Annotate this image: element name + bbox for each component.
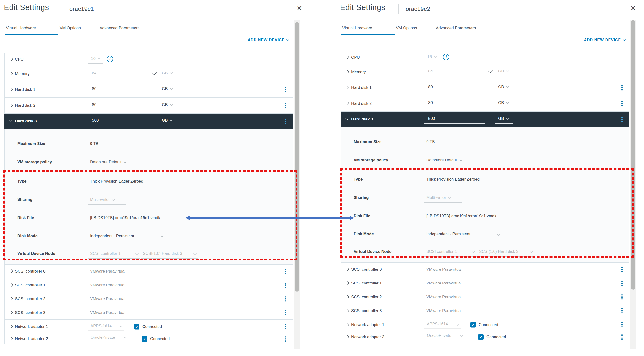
row-network-adapter-1[interactable]: Network adapter 1 APPS-1614 ✓ Connected [4, 320, 293, 334]
memory-unit-select[interactable]: GB [159, 70, 176, 78]
row-hard-disk-1[interactable]: Hard disk 1 80 GB [4, 82, 293, 98]
chevron-right-icon[interactable] [10, 58, 13, 61]
chevron-right-icon[interactable] [346, 295, 349, 298]
tab-advanced-parameters[interactable]: Advanced Parameters [100, 26, 140, 30]
chevron-down-icon[interactable] [9, 119, 12, 122]
row-network-adapter-2[interactable]: Network adapter 2 OraclePrivate ✓ Connec… [340, 332, 629, 342]
chevron-right-icon[interactable] [10, 269, 13, 272]
chevron-right-icon[interactable] [346, 267, 349, 271]
chevron-right-icon[interactable] [346, 281, 349, 284]
scrollbar-thumb[interactable] [631, 20, 635, 290]
row-hard-disk-2[interactable]: Hard disk 2 80 GB [4, 98, 293, 114]
memory-size-input[interactable]: 64 [88, 70, 149, 78]
disk-unit-select[interactable]: GB [159, 117, 176, 126]
chevron-right-icon[interactable] [346, 70, 349, 73]
kebab-menu-icon[interactable] [620, 294, 624, 301]
chevron-right-icon[interactable] [346, 335, 349, 338]
disk-unit-select[interactable]: GB [495, 99, 513, 108]
close-icon[interactable]: ✕ [630, 4, 636, 12]
tab-virtual-hardware[interactable]: Virtual Hardware [6, 26, 36, 30]
chevron-right-icon[interactable] [346, 56, 349, 59]
chevron-down-icon[interactable] [345, 117, 348, 120]
sharing-select[interactable]: Multi-writer [88, 197, 126, 204]
vdn-node-select[interactable]: SCSI(1:0) Hard disk 3 [141, 251, 198, 258]
cpu-count-select[interactable]: 16 [88, 55, 103, 64]
disk-size-input[interactable]: 80 [88, 85, 149, 94]
add-new-device-button[interactable]: ADD NEW DEVICE [248, 38, 289, 42]
row-scsi-controller-3[interactable]: SCSI controller 3 VMware Paravirtual [340, 304, 629, 318]
kebab-menu-icon[interactable] [284, 335, 287, 342]
tab-virtual-hardware[interactable]: Virtual Hardware [342, 26, 372, 30]
sharing-select[interactable]: Multi-writer [424, 195, 462, 203]
disk-size-input[interactable]: 80 [88, 101, 149, 110]
kebab-menu-icon[interactable] [620, 280, 624, 287]
memory-unit-select[interactable]: GB [495, 68, 513, 76]
kebab-menu-icon[interactable] [284, 282, 287, 289]
cpu-count-select[interactable]: 16 [424, 53, 439, 62]
connected-checkbox[interactable]: ✓ [478, 334, 484, 340]
kebab-menu-icon[interactable] [284, 309, 287, 316]
disk-size-input[interactable]: 80 [424, 84, 486, 92]
row-scsi-controller-3[interactable]: SCSI controller 3 VMware Paravirtual [4, 306, 293, 320]
tab-vm-options[interactable]: VM Options [396, 26, 417, 30]
row-hard-disk-2[interactable]: Hard disk 2 80 GB [340, 96, 629, 112]
kebab-menu-icon[interactable] [620, 100, 624, 107]
kebab-menu-icon[interactable] [620, 321, 624, 328]
vdn-node-select[interactable]: SCSI(1:0) Hard disk 3 [477, 249, 535, 257]
chevron-right-icon[interactable] [10, 88, 13, 91]
chevron-right-icon[interactable] [10, 310, 13, 314]
vdn-controller-select[interactable]: SCSI controller 1 [424, 249, 477, 257]
vm-storage-policy-select[interactable]: Datastore Default [424, 157, 476, 165]
kebab-menu-icon[interactable] [620, 116, 624, 123]
chevron-right-icon[interactable] [346, 323, 349, 326]
row-cpu[interactable]: CPU 16 i [4, 53, 293, 66]
kebab-menu-icon[interactable] [620, 334, 624, 340]
vm-storage-policy-select[interactable]: Datastore Default [88, 159, 140, 167]
chevron-right-icon[interactable] [346, 309, 349, 312]
kebab-menu-icon[interactable] [284, 323, 287, 330]
disk-size-input[interactable]: 500 [88, 117, 149, 126]
chevron-right-icon[interactable] [10, 283, 13, 286]
row-scsi-controller-2[interactable]: SCSI controller 2 VMware Paravirtual [340, 290, 629, 304]
kebab-menu-icon[interactable] [620, 307, 624, 314]
disk-mode-select[interactable]: Independent - Persistent [88, 233, 166, 241]
kebab-menu-icon[interactable] [284, 102, 287, 109]
row-scsi-controller-0[interactable]: SCSI controller 0 VMware Paravirtual [4, 264, 293, 278]
tab-advanced-parameters[interactable]: Advanced Parameters [436, 26, 476, 30]
chevron-right-icon[interactable] [10, 297, 13, 300]
kebab-menu-icon[interactable] [284, 296, 287, 302]
scrollbar-track[interactable] [294, 20, 300, 349]
kebab-menu-icon[interactable] [620, 266, 624, 273]
row-cpu[interactable]: CPU 16 i [340, 51, 629, 64]
row-hard-disk-1[interactable]: Hard disk 1 80 GB [340, 80, 629, 96]
chevron-down-icon[interactable] [152, 70, 156, 75]
close-icon[interactable]: ✕ [296, 4, 302, 12]
disk-unit-select[interactable]: GB [159, 85, 176, 94]
kebab-menu-icon[interactable] [620, 84, 624, 91]
network-select[interactable]: OraclePrivate [88, 335, 128, 342]
kebab-menu-icon[interactable] [284, 268, 287, 275]
row-memory[interactable]: Memory 64 GB [340, 64, 629, 80]
connected-checkbox[interactable]: ✓ [134, 324, 140, 330]
network-select[interactable]: APPS-1614 [424, 322, 460, 329]
chevron-down-icon[interactable] [488, 68, 493, 73]
disk-size-input[interactable]: 80 [424, 99, 486, 108]
row-hard-disk-3-selected[interactable]: Hard disk 3 500 GB [4, 114, 293, 129]
row-scsi-controller-2[interactable]: SCSI controller 2 VMware Paravirtual [4, 292, 293, 306]
scrollbar-track[interactable] [630, 20, 636, 349]
kebab-menu-icon[interactable] [284, 86, 287, 93]
chevron-right-icon[interactable] [346, 102, 349, 105]
row-hard-disk-3-selected[interactable]: Hard disk 3 500 GB [340, 112, 629, 127]
connected-checkbox[interactable]: ✓ [142, 336, 147, 342]
disk-unit-select[interactable]: GB [495, 115, 513, 124]
disk-unit-select[interactable]: GB [495, 84, 513, 92]
memory-size-input[interactable]: 64 [424, 68, 486, 76]
network-select[interactable]: OraclePrivate [424, 333, 464, 340]
kebab-menu-icon[interactable] [284, 118, 287, 125]
chevron-right-icon[interactable] [10, 325, 13, 328]
vdn-controller-select[interactable]: SCSI controller 1 [88, 251, 140, 258]
disk-mode-select[interactable]: Independent - Persistent [424, 231, 502, 239]
add-new-device-button[interactable]: ADD NEW DEVICE [584, 38, 625, 42]
connected-checkbox[interactable]: ✓ [470, 322, 476, 328]
row-memory[interactable]: Memory 64 GB [4, 66, 293, 82]
